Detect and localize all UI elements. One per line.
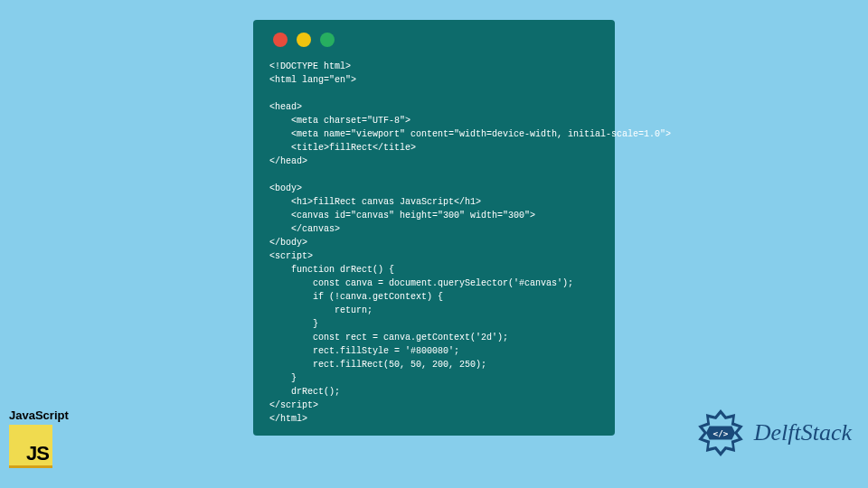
traffic-light-green [320, 33, 335, 47]
delftstack-logo-icon: </> [693, 405, 749, 461]
traffic-lights [269, 33, 599, 47]
traffic-light-yellow [297, 33, 311, 47]
code-window: <!DOCTYPE html> <html lang="en"> <head> … [253, 20, 615, 436]
svg-text:</>: </> [712, 428, 728, 438]
javascript-logo-text: JS [26, 442, 49, 465]
javascript-label: JavaScript [9, 408, 72, 422]
delftstack-brand: </> DelftStack [693, 405, 852, 461]
javascript-badge: JavaScript JS [9, 408, 72, 468]
delftstack-name: DelftStack [754, 419, 852, 446]
traffic-light-red [273, 33, 288, 47]
code-content: <!DOCTYPE html> <html lang="en"> <head> … [269, 60, 599, 426]
javascript-logo-icon: JS [9, 425, 52, 468]
